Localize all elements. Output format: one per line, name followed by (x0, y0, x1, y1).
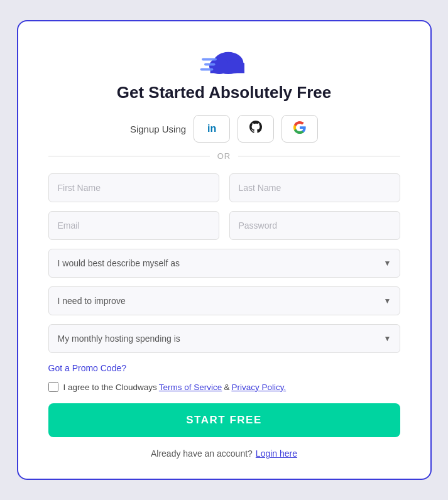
linkedin-icon: in (207, 123, 216, 134)
divider-right (238, 156, 400, 156)
email-input[interactable] (48, 211, 219, 240)
email-password-row (48, 211, 400, 240)
signup-row: Signup Using in (130, 115, 318, 143)
promo-code-link[interactable]: Got a Promo Code? (48, 363, 127, 373)
last-name-input[interactable] (229, 173, 400, 202)
or-divider: OR (48, 151, 400, 161)
divider-left (48, 156, 210, 156)
agree-text: I agree to the Cloudways Terms of Servic… (63, 383, 287, 392)
start-free-button[interactable]: START FREE (48, 403, 400, 437)
password-input[interactable] (229, 211, 400, 240)
describe-select[interactable]: I would best describe myself as Develope… (48, 249, 400, 278)
improve-select[interactable]: I need to improve Performance Security S… (48, 286, 400, 315)
agree-ampersand: & (224, 383, 229, 392)
first-name-input[interactable] (48, 173, 219, 202)
login-here-link[interactable]: Login here (256, 448, 297, 459)
login-row: Already have an account? Login here (151, 448, 297, 459)
signup-label: Signup Using (130, 124, 186, 134)
page-title: Get Started Absolutely Free (117, 83, 331, 102)
svg-rect-5 (204, 63, 216, 65)
spending-select-wrapper: My monthly hosting spending is Less than… (48, 324, 400, 353)
terms-of-service-link[interactable]: Terms of Service (159, 383, 222, 392)
spending-select[interactable]: My monthly hosting spending is Less than… (48, 324, 400, 353)
linkedin-button[interactable]: in (194, 115, 230, 143)
agree-row: I agree to the Cloudways Terms of Servic… (48, 382, 400, 392)
agree-label: I agree to the Cloudways (63, 383, 157, 392)
agree-checkbox[interactable] (48, 382, 58, 392)
improve-select-wrapper: I need to improve Performance Security S… (48, 286, 400, 315)
google-button[interactable] (281, 115, 318, 143)
already-text: Already have an account? (151, 448, 253, 459)
describe-select-wrapper: I would best describe myself as Develope… (48, 249, 400, 278)
svg-rect-4 (202, 58, 217, 60)
google-icon (293, 121, 307, 138)
signup-card: Get Started Absolutely Free Signup Using… (17, 20, 432, 480)
svg-rect-3 (210, 63, 244, 73)
or-text: OR (217, 151, 231, 161)
privacy-policy-link[interactable]: Privacy Policy. (231, 383, 286, 392)
github-button[interactable] (238, 115, 274, 143)
name-row (48, 173, 400, 202)
svg-rect-6 (200, 68, 213, 70)
cloud-icon (199, 44, 249, 77)
github-icon (248, 119, 263, 138)
